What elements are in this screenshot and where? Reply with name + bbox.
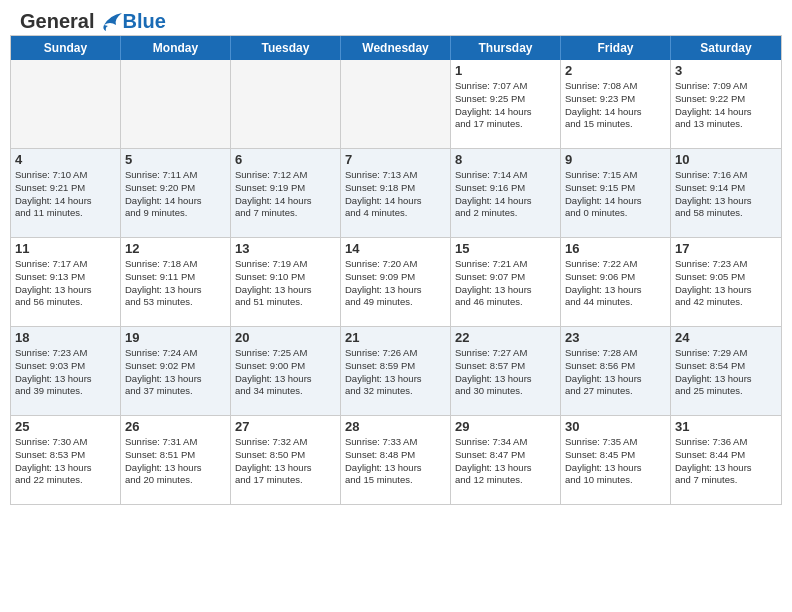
cell-info-line: Sunset: 9:03 PM xyxy=(15,360,116,373)
calendar-cell xyxy=(231,60,341,148)
day-number: 11 xyxy=(15,241,116,256)
cell-info-line: Sunset: 9:13 PM xyxy=(15,271,116,284)
cell-info-line: Sunrise: 7:25 AM xyxy=(235,347,336,360)
calendar-cell: 8Sunrise: 7:14 AMSunset: 9:16 PMDaylight… xyxy=(451,149,561,237)
cell-info-line: and 17 minutes. xyxy=(235,474,336,487)
cell-info-line: Sunrise: 7:15 AM xyxy=(565,169,666,182)
calendar-cell: 17Sunrise: 7:23 AMSunset: 9:05 PMDayligh… xyxy=(671,238,781,326)
cell-info-line: Sunset: 9:07 PM xyxy=(455,271,556,284)
cell-info-line: Daylight: 13 hours xyxy=(235,462,336,475)
day-number: 3 xyxy=(675,63,777,78)
cell-info-line: Daylight: 13 hours xyxy=(565,373,666,386)
cell-info-line: Daylight: 13 hours xyxy=(565,284,666,297)
calendar-cell: 13Sunrise: 7:19 AMSunset: 9:10 PMDayligh… xyxy=(231,238,341,326)
cell-info-line: and 7 minutes. xyxy=(675,474,777,487)
calendar-cell: 11Sunrise: 7:17 AMSunset: 9:13 PMDayligh… xyxy=(11,238,121,326)
cell-info-line: Daylight: 14 hours xyxy=(15,195,116,208)
cell-info-line: Sunrise: 7:21 AM xyxy=(455,258,556,271)
calendar-cell: 7Sunrise: 7:13 AMSunset: 9:18 PMDaylight… xyxy=(341,149,451,237)
cell-info-line: Sunset: 8:51 PM xyxy=(125,449,226,462)
cell-info-line: Sunrise: 7:11 AM xyxy=(125,169,226,182)
calendar-row: 18Sunrise: 7:23 AMSunset: 9:03 PMDayligh… xyxy=(11,326,781,415)
cell-info-line: Sunrise: 7:27 AM xyxy=(455,347,556,360)
calendar-header: Sunday Monday Tuesday Wednesday Thursday… xyxy=(11,36,781,60)
cell-info-line: and 51 minutes. xyxy=(235,296,336,309)
cell-info-line: and 20 minutes. xyxy=(125,474,226,487)
calendar-cell: 22Sunrise: 7:27 AMSunset: 8:57 PMDayligh… xyxy=(451,327,561,415)
header-wednesday: Wednesday xyxy=(341,36,451,60)
cell-info-line: Sunset: 9:11 PM xyxy=(125,271,226,284)
calendar-cell: 23Sunrise: 7:28 AMSunset: 8:56 PMDayligh… xyxy=(561,327,671,415)
calendar-cell: 1Sunrise: 7:07 AMSunset: 9:25 PMDaylight… xyxy=(451,60,561,148)
day-number: 19 xyxy=(125,330,226,345)
calendar-cell: 30Sunrise: 7:35 AMSunset: 8:45 PMDayligh… xyxy=(561,416,671,504)
cell-info-line: and 37 minutes. xyxy=(125,385,226,398)
cell-info-line: Sunset: 8:45 PM xyxy=(565,449,666,462)
cell-info-line: and 39 minutes. xyxy=(15,385,116,398)
cell-info-line: Daylight: 13 hours xyxy=(455,373,556,386)
calendar-cell: 25Sunrise: 7:30 AMSunset: 8:53 PMDayligh… xyxy=(11,416,121,504)
cell-info-line: Daylight: 13 hours xyxy=(125,462,226,475)
cell-info-line: Sunset: 8:44 PM xyxy=(675,449,777,462)
cell-info-line: Sunset: 9:15 PM xyxy=(565,182,666,195)
cell-info-line: Sunset: 9:19 PM xyxy=(235,182,336,195)
cell-info-line: Sunset: 9:06 PM xyxy=(565,271,666,284)
cell-info-line: Sunset: 9:10 PM xyxy=(235,271,336,284)
cell-info-line: Sunrise: 7:30 AM xyxy=(15,436,116,449)
day-number: 1 xyxy=(455,63,556,78)
cell-info-line: Daylight: 14 hours xyxy=(565,195,666,208)
cell-info-line: Sunset: 9:21 PM xyxy=(15,182,116,195)
calendar-cell xyxy=(121,60,231,148)
cell-info-line: Sunset: 8:53 PM xyxy=(15,449,116,462)
calendar-cell: 28Sunrise: 7:33 AMSunset: 8:48 PMDayligh… xyxy=(341,416,451,504)
day-number: 23 xyxy=(565,330,666,345)
day-number: 20 xyxy=(235,330,336,345)
cell-info-line: Daylight: 13 hours xyxy=(15,462,116,475)
cell-info-line: Sunrise: 7:35 AM xyxy=(565,436,666,449)
cell-info-line: Daylight: 13 hours xyxy=(345,373,446,386)
cell-info-line: Sunset: 9:25 PM xyxy=(455,93,556,106)
cell-info-line: Sunrise: 7:23 AM xyxy=(675,258,777,271)
calendar-cell: 27Sunrise: 7:32 AMSunset: 8:50 PMDayligh… xyxy=(231,416,341,504)
logo-bird-icon xyxy=(96,11,124,33)
cell-info-line: Sunrise: 7:29 AM xyxy=(675,347,777,360)
calendar-cell: 4Sunrise: 7:10 AMSunset: 9:21 PMDaylight… xyxy=(11,149,121,237)
day-number: 6 xyxy=(235,152,336,167)
cell-info-line: Daylight: 13 hours xyxy=(455,284,556,297)
cell-info-line: and 15 minutes. xyxy=(345,474,446,487)
cell-info-line: Sunset: 9:16 PM xyxy=(455,182,556,195)
cell-info-line: Daylight: 13 hours xyxy=(235,373,336,386)
cell-info-line: Sunrise: 7:18 AM xyxy=(125,258,226,271)
day-number: 31 xyxy=(675,419,777,434)
cell-info-line: and 30 minutes. xyxy=(455,385,556,398)
header-sunday: Sunday xyxy=(11,36,121,60)
calendar-cell: 6Sunrise: 7:12 AMSunset: 9:19 PMDaylight… xyxy=(231,149,341,237)
cell-info-line: and 0 minutes. xyxy=(565,207,666,220)
calendar-cell: 2Sunrise: 7:08 AMSunset: 9:23 PMDaylight… xyxy=(561,60,671,148)
cell-info-line: Sunrise: 7:17 AM xyxy=(15,258,116,271)
cell-info-line: Sunrise: 7:36 AM xyxy=(675,436,777,449)
calendar-row: 4Sunrise: 7:10 AMSunset: 9:21 PMDaylight… xyxy=(11,148,781,237)
cell-info-line: Sunset: 9:23 PM xyxy=(565,93,666,106)
day-number: 25 xyxy=(15,419,116,434)
cell-info-line: Daylight: 13 hours xyxy=(235,284,336,297)
day-number: 24 xyxy=(675,330,777,345)
day-number: 15 xyxy=(455,241,556,256)
day-number: 7 xyxy=(345,152,446,167)
cell-info-line: Sunset: 8:56 PM xyxy=(565,360,666,373)
cell-info-line: Daylight: 13 hours xyxy=(675,284,777,297)
cell-info-line: Sunrise: 7:24 AM xyxy=(125,347,226,360)
header-tuesday: Tuesday xyxy=(231,36,341,60)
cell-info-line: Daylight: 13 hours xyxy=(455,462,556,475)
cell-info-line: and 17 minutes. xyxy=(455,118,556,131)
calendar-cell: 20Sunrise: 7:25 AMSunset: 9:00 PMDayligh… xyxy=(231,327,341,415)
cell-info-line: and 58 minutes. xyxy=(675,207,777,220)
calendar-cell: 15Sunrise: 7:21 AMSunset: 9:07 PMDayligh… xyxy=(451,238,561,326)
cell-info-line: Daylight: 14 hours xyxy=(345,195,446,208)
header-friday: Friday xyxy=(561,36,671,60)
cell-info-line: Sunrise: 7:26 AM xyxy=(345,347,446,360)
cell-info-line: Daylight: 13 hours xyxy=(565,462,666,475)
header-saturday: Saturday xyxy=(671,36,781,60)
cell-info-line: Sunrise: 7:31 AM xyxy=(125,436,226,449)
day-number: 18 xyxy=(15,330,116,345)
